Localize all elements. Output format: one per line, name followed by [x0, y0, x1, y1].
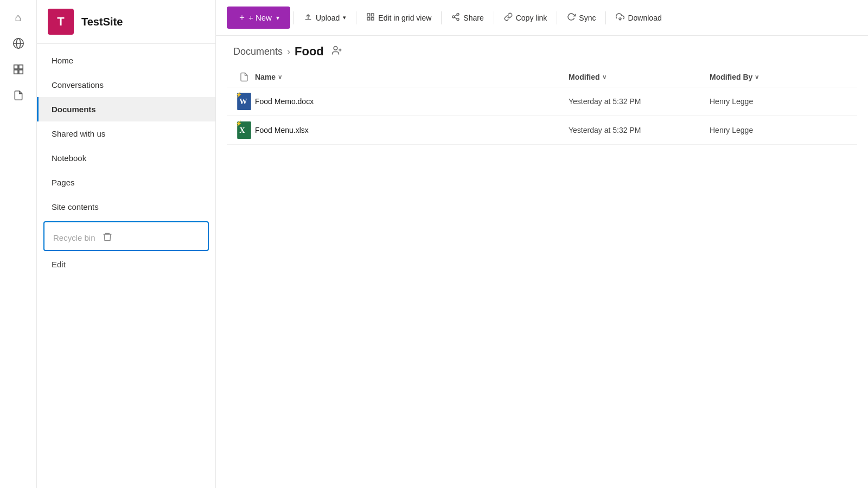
file-list-header: Name ∨ Modified ∨ Modified By ∨	[227, 67, 857, 87]
sync-button[interactable]: Sync	[560, 8, 602, 27]
col-file-icon-header	[233, 72, 255, 82]
new-chevron-icon: ▾	[276, 14, 279, 22]
home-rail-icon[interactable]: ⌂	[8, 7, 29, 28]
svg-point-14	[452, 16, 455, 18]
file-modified-2: Yesterday at 5:32 PM	[569, 126, 710, 134]
breadcrumb-separator: ›	[287, 46, 290, 57]
toolbar-separator-4	[494, 11, 494, 24]
breadcrumb-documents[interactable]: Documents	[233, 46, 283, 57]
upload-chevron-icon: ▾	[343, 14, 346, 21]
toolbar-separator-5	[557, 11, 557, 24]
svg-rect-6	[18, 70, 22, 74]
toolbar-separator-2	[356, 11, 356, 24]
share-button[interactable]: Share	[445, 8, 490, 27]
sidebar-item-notebook[interactable]: Notebook	[37, 146, 215, 170]
breadcrumb-current: Food	[295, 44, 324, 59]
new-button[interactable]: ＋ + New ▾	[227, 7, 290, 29]
nav-list: Home Conversations Documents Shared with…	[37, 44, 215, 488]
site-name: TestSite	[81, 16, 123, 28]
sidebar-item-conversations[interactable]: Conversations	[37, 73, 215, 97]
sidebar-item-shared[interactable]: Shared with us	[37, 121, 215, 146]
svg-rect-5	[14, 70, 17, 74]
file-icon-cell-1: ⚡ W	[233, 93, 255, 110]
svg-point-15	[457, 18, 459, 21]
col-modified-header[interactable]: Modified ∨	[569, 73, 710, 81]
sidebar-item-home[interactable]: Home	[37, 48, 215, 73]
modified-by-sort-icon: ∨	[755, 74, 759, 81]
site-logo: T	[48, 9, 74, 35]
upload-icon	[304, 12, 312, 23]
list-rail-icon[interactable]	[8, 59, 29, 80]
download-icon	[616, 12, 624, 23]
table-row[interactable]: ⚡ W Food Memo.docx Yesterday at 5:32 PM …	[227, 87, 857, 116]
sidebar-item-edit[interactable]: Edit	[37, 253, 215, 275]
sidebar: T TestSite Home Conversations Documents …	[37, 0, 216, 488]
copy-link-button[interactable]: Copy link	[497, 8, 554, 27]
svg-rect-12	[372, 17, 374, 20]
sidebar-item-site-contents[interactable]: Site contents	[37, 195, 215, 219]
name-sort-icon: ∨	[278, 74, 282, 81]
breadcrumb: Documents › Food	[216, 36, 868, 67]
svg-point-13	[457, 13, 459, 15]
svg-rect-3	[14, 65, 17, 69]
upload-button[interactable]: Upload ▾	[297, 8, 353, 27]
excel-file-icon: ⚡ X	[237, 121, 252, 139]
share-icon	[451, 12, 460, 23]
sync-icon	[567, 12, 576, 23]
svg-rect-11	[367, 17, 370, 20]
file-modified-by-2: Henry Legge	[710, 126, 851, 134]
svg-rect-9	[367, 14, 370, 16]
toolbar-separator-6	[605, 11, 606, 24]
plus-icon: ＋	[238, 12, 246, 23]
word-file-icon: ⚡ W	[237, 93, 252, 110]
main-content: ＋ + New ▾ Upload ▾ Edit in grid view	[216, 0, 868, 488]
table-row[interactable]: ⚡ X Food Menu.xlsx Yesterday at 5:32 PM …	[227, 116, 857, 145]
file-icon-cell-2: ⚡ X	[233, 121, 255, 139]
toolbar: ＋ + New ▾ Upload ▾ Edit in grid view	[216, 0, 868, 36]
grid-icon	[366, 12, 375, 23]
file-name-2: Food Menu.xlsx	[255, 126, 569, 134]
edit-grid-button[interactable]: Edit in grid view	[360, 8, 438, 27]
sidebar-item-pages[interactable]: Pages	[37, 170, 215, 195]
file-list: Name ∨ Modified ∨ Modified By ∨ ⚡ W	[216, 67, 868, 488]
link-icon	[504, 12, 513, 23]
svg-rect-4	[18, 65, 22, 69]
svg-line-17	[455, 15, 457, 16]
globe-rail-icon[interactable]	[8, 33, 29, 54]
file-modified-1: Yesterday at 5:32 PM	[569, 97, 710, 106]
file-name-1: Food Memo.docx	[255, 97, 569, 106]
note-rail-icon[interactable]	[8, 85, 29, 106]
toolbar-separator-1	[293, 11, 294, 24]
person-add-icon[interactable]	[331, 45, 342, 58]
svg-line-16	[455, 17, 457, 19]
svg-text:X: X	[239, 126, 245, 134]
modified-sort-icon: ∨	[602, 74, 607, 81]
toolbar-separator-3	[441, 11, 442, 24]
col-name-header[interactable]: Name ∨	[255, 73, 569, 81]
svg-point-19	[334, 47, 337, 50]
col-modified-by-header[interactable]: Modified By ∨	[710, 73, 851, 81]
site-header: T TestSite	[37, 0, 215, 44]
svg-rect-10	[372, 14, 374, 16]
sidebar-item-recycle-bin[interactable]: Recycle bin	[43, 221, 209, 251]
svg-text:W: W	[239, 97, 247, 106]
icon-rail: ⌂	[0, 0, 37, 488]
file-modified-by-1: Henry Legge	[710, 97, 851, 106]
download-button[interactable]: Download	[609, 8, 668, 27]
sidebar-item-documents[interactable]: Documents	[37, 97, 215, 121]
